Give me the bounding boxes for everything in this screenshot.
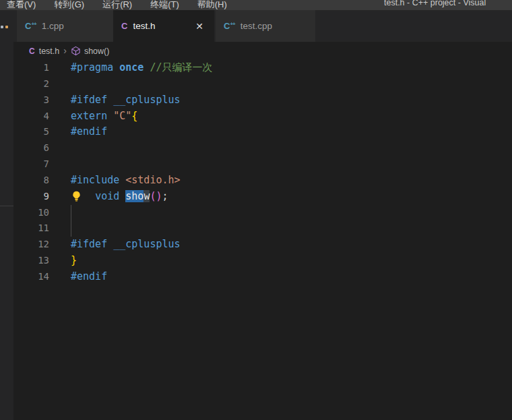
- tab-1cpp[interactable]: C++ 1.cpp: [17, 10, 113, 42]
- code-token: ;: [162, 190, 168, 202]
- breadcrumb-file[interactable]: test.h: [39, 47, 60, 56]
- code-token: #endif: [71, 125, 107, 138]
- cutoff-dots-icon[interactable]: [1, 26, 10, 28]
- code-text: void show();: [71, 189, 168, 205]
- code-token: "C": [113, 110, 131, 122]
- menu-item[interactable]: 转到(G): [54, 0, 84, 10]
- menu-item[interactable]: 查看(V): [7, 0, 36, 10]
- code-token: }: [71, 254, 77, 266]
- c-header-file-icon: C: [121, 22, 127, 30]
- code-lines: 1#pragma once //只编译一次23#ifdef __cplusplu…: [13, 60, 512, 285]
- code-line[interactable]: 7: [13, 156, 512, 173]
- line-number: 12: [13, 237, 71, 253]
- editor-tabs: C++ 1.cpp C test.h ✕ C++ test.cpp: [17, 10, 315, 42]
- code-token: #ifdef __cplusplus: [71, 94, 181, 106]
- line-number: 14: [13, 269, 71, 285]
- code-line[interactable]: 6: [13, 140, 512, 156]
- line-number: 3: [13, 92, 71, 109]
- code-line[interactable]: 4extern "C"{: [13, 109, 512, 125]
- code-token: sho: [125, 190, 143, 202]
- line-number: 5: [13, 124, 71, 140]
- title-bar: 查看(V)转到(G)运行(R)终端(T)帮助(H) test.h - C++ p…: [0, 0, 512, 10]
- code-text: #endif: [71, 124, 107, 140]
- close-tab-icon[interactable]: ✕: [193, 20, 206, 32]
- chevron-right-icon: ›: [63, 45, 67, 56]
- menu-item[interactable]: 帮助(H): [197, 0, 227, 10]
- lightbulb-icon[interactable]: [71, 191, 82, 203]
- code-token: //只编译一次: [150, 61, 212, 73]
- c-header-file-icon: C: [29, 47, 35, 56]
- tab-label: test.cpp: [241, 21, 272, 31]
- code-token: #pragma: [71, 61, 119, 73]
- code-text: extern "C"{: [71, 109, 137, 125]
- code-line[interactable]: 1#pragma once //只编译一次: [13, 60, 512, 76]
- line-number: 2: [13, 76, 71, 92]
- code-text: }: [71, 253, 77, 269]
- code-token: #endif: [71, 270, 107, 282]
- code-text: #include <stdio.h>: [71, 173, 181, 189]
- code-line[interactable]: 10: [13, 205, 512, 221]
- symbol-method-icon: [71, 46, 81, 56]
- breadcrumb-symbol[interactable]: show(): [84, 47, 110, 56]
- line-number: 9: [13, 189, 71, 205]
- tab-label: test.h: [133, 21, 155, 31]
- code-token: once: [119, 61, 143, 73]
- vscode-window: 查看(V)转到(G)运行(R)终端(T)帮助(H) test.h - C++ p…: [0, 0, 512, 420]
- sidebar-divider: [0, 206, 13, 206]
- menu-item[interactable]: 运行(R): [102, 0, 132, 10]
- code-line[interactable]: 8#include <stdio.h>: [13, 173, 512, 189]
- code-token: #include: [71, 174, 125, 186]
- code-text: #ifdef __cplusplus: [71, 237, 181, 253]
- code-token: #ifdef __cplusplus: [71, 238, 181, 250]
- line-number: 10: [13, 205, 71, 221]
- code-line[interactable]: 5#endif: [13, 124, 512, 140]
- code-line[interactable]: 13}: [13, 253, 512, 269]
- code-line[interactable]: 14#endif: [13, 269, 512, 285]
- tab-bar: C++ 1.cpp C test.h ✕ C++ test.cpp: [0, 10, 512, 42]
- code-token: extern: [71, 110, 113, 122]
- line-number: 4: [13, 109, 71, 125]
- code-token: {: [131, 110, 137, 122]
- code-text: #pragma once //只编译一次: [71, 60, 212, 76]
- code-line[interactable]: 3#ifdef __cplusplus: [13, 92, 512, 109]
- tab-testcpp[interactable]: C++ test.cpp: [216, 10, 315, 42]
- line-number: 7: [13, 156, 71, 173]
- line-number: 6: [13, 140, 71, 156]
- line-number: 1: [13, 60, 71, 76]
- code-token: <stdio.h>: [125, 174, 180, 186]
- breadcrumb: C test.h › show(): [13, 42, 512, 60]
- editor-pane: C test.h › show() 1#pragma once //只编译一次2…: [13, 42, 512, 420]
- sidebar-strip: [0, 42, 13, 420]
- cpp-file-icon: C++: [25, 22, 36, 30]
- code-token: (): [150, 190, 162, 202]
- code-line[interactable]: 11: [13, 220, 512, 237]
- cpp-file-icon: C++: [224, 22, 235, 30]
- code-line[interactable]: 2: [13, 76, 512, 92]
- menu-item[interactable]: 终端(T): [150, 0, 179, 10]
- code-text: #endif: [71, 269, 107, 285]
- line-number: 8: [13, 173, 71, 189]
- tab-label: 1.cpp: [42, 21, 64, 31]
- code-text: #ifdef __cplusplus: [71, 92, 181, 109]
- code-token: void: [95, 190, 125, 202]
- line-number: 11: [13, 220, 71, 237]
- code-line[interactable]: 9 void show();: [13, 189, 512, 205]
- line-number: 13: [13, 253, 71, 269]
- tab-testh[interactable]: C test.h ✕: [113, 10, 214, 42]
- menu-row: 查看(V)转到(G)运行(R)终端(T)帮助(H): [7, 0, 245, 10]
- window-title: test.h - C++ project - Visual: [384, 0, 512, 7]
- code-line[interactable]: 12#ifdef __cplusplus: [13, 237, 512, 253]
